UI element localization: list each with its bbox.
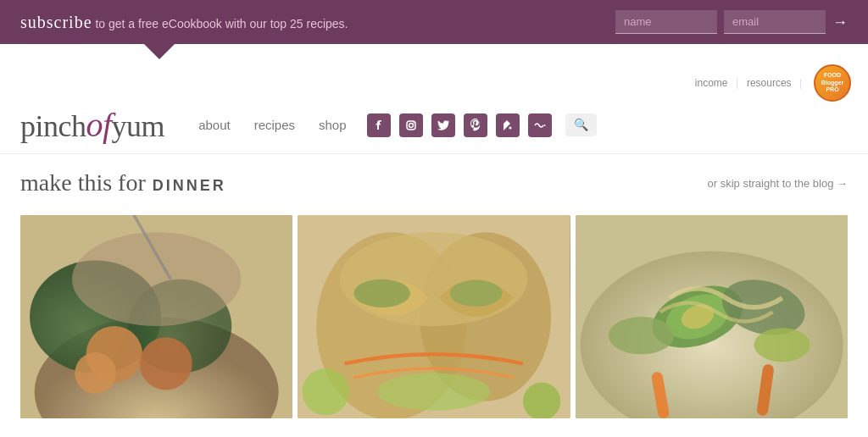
food-card-3[interactable]	[576, 215, 848, 418]
recipes-link[interactable]: recipes	[254, 118, 295, 132]
svg-point-11	[75, 352, 116, 394]
svg-point-17	[340, 232, 528, 326]
pinterest-icon[interactable]	[464, 113, 487, 137]
facebook-icon[interactable]	[367, 113, 391, 137]
svg-point-3	[509, 126, 511, 129]
svg-point-19	[450, 280, 503, 307]
svg-point-22	[523, 383, 560, 418]
svg-point-4	[543, 124, 545, 126]
hero-row: make this for DINNER or skip straight to…	[20, 169, 848, 196]
subscribe-description: to get a free eCookbook with our top 25 …	[95, 17, 348, 30]
subscribe-text: subscribe to get a free eCookbook with o…	[20, 13, 348, 32]
logo-pinch: pinch	[20, 109, 86, 143]
main-header: pinchofyum about recipes shop 🔍	[0, 105, 868, 154]
instagram-icon[interactable]	[399, 113, 423, 137]
svg-point-1	[409, 123, 413, 127]
twitter-icon[interactable]	[431, 113, 455, 137]
logo-yum: yum	[112, 109, 165, 143]
social-icons-group	[367, 113, 552, 137]
subscribe-form: →	[615, 10, 848, 34]
svg-point-12	[72, 232, 241, 326]
logo-of: of	[86, 106, 111, 144]
resources-link[interactable]: resources	[747, 77, 792, 89]
main-navigation: about recipes shop	[198, 118, 346, 132]
nav-divider-1: |	[737, 77, 738, 90]
make-this-for-text: make this for	[20, 169, 146, 196]
bloglovin-icon[interactable]	[528, 113, 552, 137]
badge-text: FOODBloggerPRO	[821, 72, 843, 93]
feedly-icon[interactable]	[496, 113, 520, 137]
income-link[interactable]: income	[695, 77, 728, 89]
svg-point-31	[608, 317, 674, 354]
food-card-2[interactable]	[298, 215, 570, 418]
hero-section: make this for DINNER or skip straight to…	[0, 154, 868, 215]
svg-point-10	[140, 337, 192, 390]
notch-triangle	[144, 44, 175, 59]
site-logo[interactable]: pinchofyum	[20, 105, 164, 145]
subscribe-bar: subscribe to get a free eCookbook with o…	[0, 0, 868, 44]
food-image-grid	[0, 215, 868, 418]
name-input[interactable]	[615, 10, 717, 34]
food-blogger-pro-badge[interactable]: FOODBloggerPRO	[814, 64, 851, 102]
shop-link[interactable]: shop	[319, 118, 347, 132]
nav-divider-2: |	[800, 77, 802, 90]
meal-type-label: DINNER	[153, 177, 226, 195]
search-box[interactable]: 🔍	[565, 113, 597, 136]
svg-point-20	[378, 373, 491, 410]
utility-nav: income | resources | FOODBloggerPRO	[0, 59, 868, 105]
svg-point-32	[754, 328, 810, 362]
svg-point-2	[413, 122, 415, 124]
svg-point-18	[354, 279, 410, 307]
food-card-1[interactable]	[20, 215, 292, 418]
notch-decoration	[0, 44, 868, 59]
search-icon: 🔍	[574, 118, 588, 132]
hero-title: make this for DINNER	[20, 169, 226, 196]
subscribe-label: subscribe	[20, 13, 92, 31]
subscribe-submit-arrow[interactable]: →	[832, 14, 848, 31]
about-link[interactable]: about	[198, 118, 231, 132]
svg-point-21	[303, 368, 349, 415]
email-input[interactable]	[724, 10, 826, 34]
skip-to-blog-link[interactable]: or skip straight to the blog →	[708, 177, 848, 190]
